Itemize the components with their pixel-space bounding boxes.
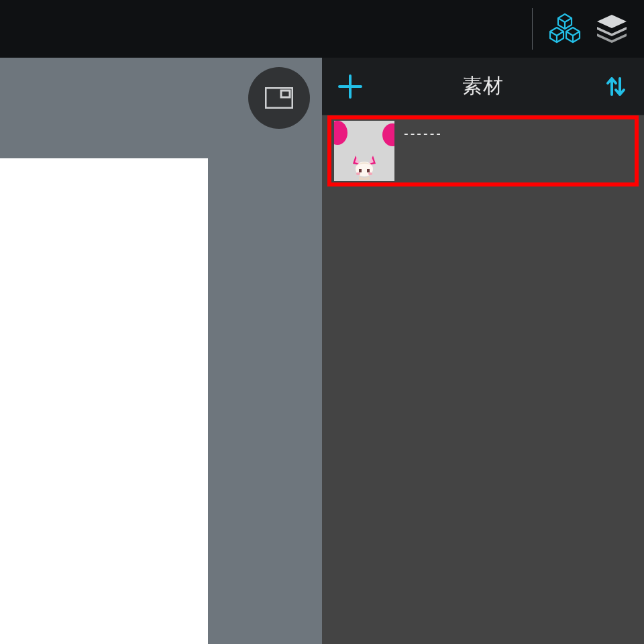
top-bar — [0, 0, 644, 58]
layers-icon[interactable] — [596, 13, 628, 45]
panel-header: 素材 — [322, 58, 644, 115]
material-name-label: ------ — [394, 121, 632, 147]
panel-title: 素材 — [378, 72, 588, 100]
content-area: 素材 — [0, 58, 644, 644]
character-sprite-icon — [349, 149, 380, 180]
view-reference-button[interactable] — [248, 67, 310, 129]
svg-rect-4 — [367, 169, 370, 172]
canvas-pane[interactable] — [0, 58, 322, 644]
svg-point-6 — [368, 172, 372, 175]
3d-cubes-icon[interactable] — [549, 13, 581, 45]
material-thumbnail — [334, 121, 394, 181]
svg-rect-3 — [359, 169, 362, 172]
materials-panel: 素材 — [322, 58, 644, 644]
sort-swap-button[interactable] — [588, 58, 644, 115]
svg-point-5 — [356, 172, 360, 175]
top-bar-divider — [532, 8, 533, 50]
canvas-artboard[interactable] — [0, 158, 208, 644]
material-item[interactable]: ------ — [334, 121, 632, 181]
materials-list: ------ — [322, 115, 644, 644]
add-material-button[interactable] — [322, 58, 378, 115]
svg-rect-1 — [281, 91, 290, 97]
